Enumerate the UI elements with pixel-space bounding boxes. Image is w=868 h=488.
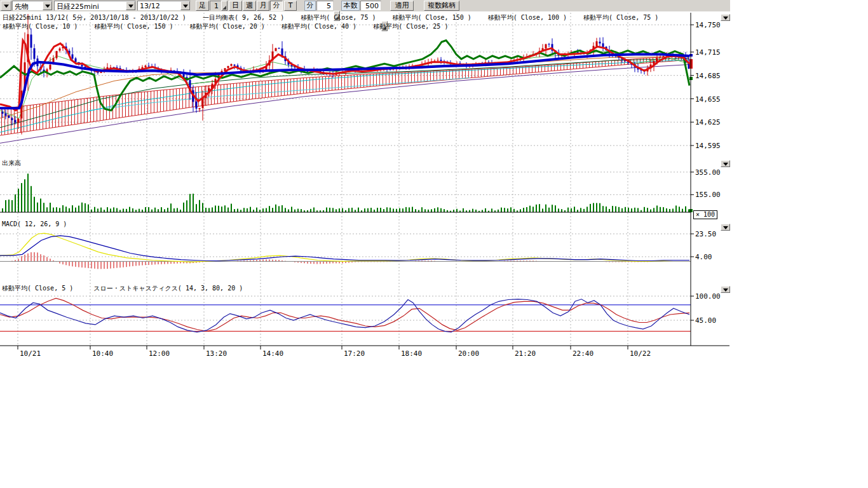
legend-item: 移動平均( Close, 150 ) — [392, 14, 471, 21]
legend-item: 日経225mini 13/12( 5分, 2013/10/18 - 2013/1… — [3, 14, 186, 21]
legend-item: 移動平均( Close, 10 ) — [3, 23, 78, 30]
axis-tick-label: 14,655 — [695, 95, 721, 104]
volume-multiplier-badge: × 100 — [693, 210, 717, 219]
legend-item: 移動平均( Close, 150 ) — [94, 23, 173, 30]
time-axis-label: 12:00 — [149, 349, 170, 358]
trading-app-window: { "toolbar": { "instrument_type": "先物", … — [0, 0, 868, 488]
volume-pane-menu-button[interactable] — [721, 160, 730, 167]
indicator-legend-line2: 移動平均( Close, 10 )移動平均( Close, 150 )移動平均(… — [3, 22, 465, 31]
legend-item: 移動平均( Close, 25 ) — [373, 23, 448, 30]
axis-tick-label: 100.00 — [695, 292, 721, 301]
chevron-down-icon — [723, 17, 728, 20]
legend-item: 移動平均( Close, 75 ) — [583, 14, 658, 21]
axis-tick-label: 45.00 — [695, 316, 716, 325]
time-axis-label: 10:40 — [92, 349, 113, 358]
price-chart: 14,75014,71514,68514,65514,62514,595355.… — [0, 0, 743, 369]
stochastics-pane-label: 移動平均( Close, 5 ) スロー・ストキャスティクス( 14, 3, 8… — [2, 284, 243, 293]
volume-bars — [2, 173, 689, 212]
chevron-down-icon — [723, 226, 728, 229]
time-axis-label: 10/22 — [630, 349, 651, 358]
time-axis-label: 14:40 — [262, 349, 283, 358]
axis-tick-label: 14,715 — [695, 48, 721, 57]
stoch-pane-menu-button[interactable] — [721, 286, 730, 293]
time-axis-label: 22:40 — [573, 349, 593, 358]
macd-pane-menu-button[interactable] — [721, 224, 730, 231]
time-axis-label: 10/21 — [20, 349, 41, 358]
axis-tick-label: 4.00 — [695, 253, 712, 261]
stoch-ma-label: 移動平均( Close, 5 ) — [2, 285, 73, 292]
axis-tick-label: 14,595 — [695, 142, 721, 150]
legend-item: 移動平均( Close, 75 ) — [301, 14, 376, 21]
legend-item: 一目均衡表( 9, 26, 52 ) — [203, 14, 284, 21]
price-pane-menu-button[interactable] — [721, 14, 730, 21]
legend-item: 移動平均( Close, 40 ) — [281, 23, 356, 30]
legend-item: 移動平均( Close, 20 ) — [190, 23, 265, 30]
chevron-down-icon — [723, 288, 728, 292]
time-axis-label: 20:00 — [458, 349, 479, 358]
time-axis-label: 21:20 — [515, 349, 536, 358]
axis-tick-label: 14,625 — [695, 118, 721, 126]
macd-pane — [0, 233, 691, 269]
legend-item: 移動平均( Close, 100 ) — [488, 14, 567, 21]
macd-pane-label: MACD( 12, 26, 9 ) — [2, 220, 67, 227]
axis-tick-label: 155.00 — [695, 191, 721, 199]
time-axis-label: 13:20 — [206, 349, 227, 358]
axis-tick-label: 355.00 — [695, 168, 721, 177]
chevron-down-icon — [723, 163, 728, 166]
stoch-label: スロー・ストキャスティクス( 14, 3, 80, 20 ) — [93, 285, 243, 292]
axis-tick-label: 23.50 — [695, 230, 716, 238]
ichimoku-cloud — [0, 55, 689, 135]
stochastics-pane — [0, 299, 691, 332]
axis-tick-label: 14,750 — [695, 21, 721, 29]
volume-pane-label: 出来高 — [2, 159, 21, 168]
indicator-legend-line1: 日経225mini 13/12( 5分, 2013/10/18 - 2013/1… — [3, 13, 675, 22]
time-axis-label: 17:20 — [344, 349, 365, 358]
axis-tick-label: 14,685 — [695, 72, 721, 80]
time-axis-label: 18:40 — [401, 349, 422, 358]
